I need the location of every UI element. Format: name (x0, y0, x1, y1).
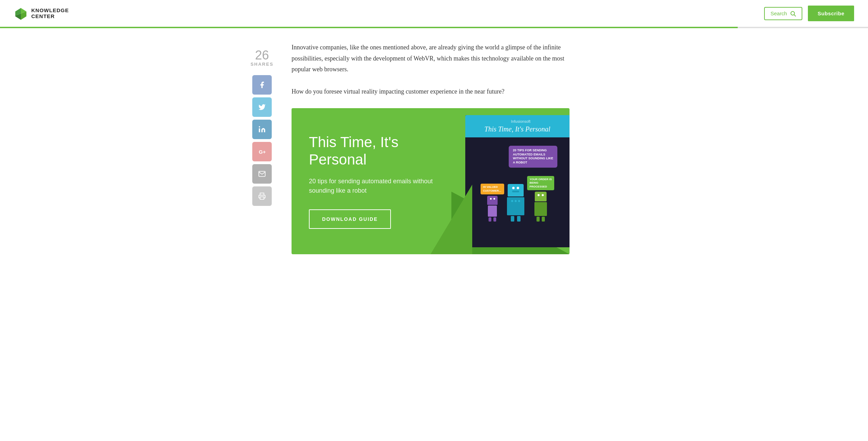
twitter-icon (258, 103, 266, 111)
article-paragraph-2: How do you foresee virtual reality impac… (292, 86, 570, 97)
email-icon (258, 170, 266, 178)
download-guide-button[interactable]: DOWNLOAD GUIDE (309, 209, 391, 229)
share-number: 26 (251, 49, 273, 62)
svg-rect-7 (259, 128, 260, 132)
book-title: This Time, It's Personal (471, 125, 564, 133)
svg-text:G+: G+ (259, 149, 266, 155)
linkedin-icon (258, 126, 266, 133)
share-count: 26 SHARES (251, 49, 273, 67)
book-cover-header: Infusionsoft This Time, It's Personal (465, 115, 570, 137)
email-share-button[interactable] (252, 164, 272, 184)
infusionsoft-logo-icon (504, 120, 508, 124)
speech-bubble-tips: 20 TIPS FOR SENDING AUTOMATED EMAILS WIT… (509, 146, 557, 168)
svg-point-8 (259, 126, 260, 128)
cta-banner: This Time, It's Personal 20 tips for sen… (292, 108, 570, 254)
share-label: SHARES (251, 62, 273, 67)
logo-line1: KNOWLEDGE (31, 8, 69, 14)
logo-line2: CENTER (31, 14, 69, 19)
site-header: KNOWLEDGE CENTER Search Subscribe (0, 0, 868, 27)
googleplus-share-button[interactable]: G+ (252, 142, 272, 161)
svg-marker-11 (505, 120, 508, 123)
social-sidebar: 26 SHARES (239, 42, 285, 254)
article-paragraph-1: Innovative companies, like the ones ment… (292, 42, 570, 75)
facebook-share-button[interactable] (252, 75, 272, 95)
book-cover-body: 20 TIPS FOR SENDING AUTOMATED EMAILS WIT… (465, 137, 570, 227)
cta-content: This Time, It's Personal 20 tips for sen… (292, 108, 451, 254)
print-share-button[interactable] (252, 186, 272, 206)
article-content: Innovative companies, like the ones ment… (285, 42, 570, 254)
search-icon (790, 10, 796, 17)
cta-subtitle: 20 tips for sending automated emails wit… (309, 177, 434, 195)
robot-1: HI VALUED CUSTOMER... (481, 184, 504, 222)
main-content: 26 SHARES (226, 28, 642, 268)
subscribe-button[interactable]: Subscribe (808, 6, 854, 21)
print-icon (258, 192, 266, 200)
brand-name: Infusionsoft (511, 119, 530, 123)
article-text: Innovative companies, like the ones ment… (292, 42, 570, 97)
robot-3: YOUR ORDER IS BEING PROCESSED (527, 176, 554, 222)
twitter-share-button[interactable] (252, 97, 272, 117)
googleplus-icon: G+ (258, 148, 266, 155)
cta-title: This Time, It's Personal (309, 134, 434, 169)
speech-bubble-yellow: HI VALUED CUSTOMER... (481, 184, 504, 194)
svg-rect-10 (260, 197, 264, 199)
facebook-icon (258, 81, 266, 89)
linkedin-share-button[interactable] (252, 120, 272, 139)
logo-icon (14, 7, 28, 21)
svg-line-6 (794, 15, 795, 16)
logo-text: KNOWLEDGE CENTER (31, 8, 69, 19)
social-buttons: G+ (252, 75, 272, 206)
speech-bubble-green: YOUR ORDER IS BEING PROCESSED (527, 176, 554, 190)
header-actions: Search Subscribe (764, 6, 854, 21)
search-label: Search (770, 10, 787, 16)
search-box[interactable]: Search (764, 7, 802, 20)
logo-area: KNOWLEDGE CENTER (14, 7, 69, 21)
robot-2 (507, 184, 524, 222)
book-brand: Infusionsoft (471, 119, 564, 124)
book-cover-image: Infusionsoft This Time, It's Personal 20… (465, 115, 570, 247)
